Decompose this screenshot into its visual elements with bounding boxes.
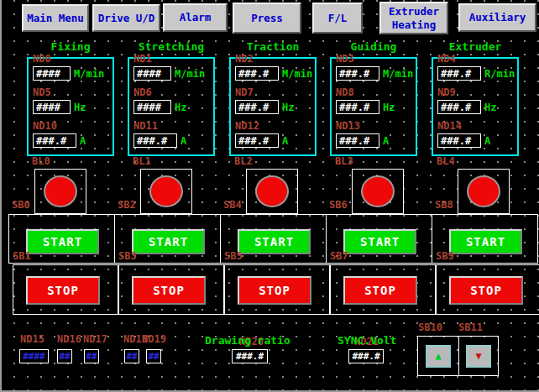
stop-button-extruder[interactable]: STOP: [449, 276, 523, 305]
main-menu-button[interactable]: Main Menu: [22, 4, 89, 32]
nd-tag: ND0: [33, 53, 104, 65]
sb-tag: SB0: [12, 199, 30, 211]
nd-tag: ND12: [235, 120, 288, 132]
nd-tag: ND15: [20, 333, 44, 345]
section-title-fixing: Fixing: [27, 40, 114, 53]
start-button-stretching[interactable]: START: [132, 229, 205, 254]
unit-label: M/min: [74, 68, 104, 80]
start-button-extruder[interactable]: START: [449, 229, 522, 254]
bl-tag: BL2: [234, 155, 253, 167]
sb-tag: SB5: [224, 250, 243, 262]
stop-cell-fixing: STOP: [13, 264, 118, 315]
value-display: ###.#: [437, 100, 481, 114]
value-display: ##: [84, 349, 99, 363]
start-button-guiding[interactable]: START: [343, 229, 416, 254]
sb-tag: SB10: [418, 321, 442, 333]
sb-tag: SB11: [458, 321, 483, 333]
start-cell-fixing: START SB1: [8, 214, 115, 264]
press-button[interactable]: Press: [233, 3, 301, 34]
unit-label: Hz: [282, 102, 294, 113]
value-display: ###.#: [235, 66, 279, 81]
value-display: ##: [124, 349, 139, 363]
start-button-traction[interactable]: START: [238, 229, 311, 254]
value-display: ##: [57, 349, 72, 363]
section-title-traction: Traction: [229, 40, 317, 53]
sb-tag: SB1: [13, 250, 31, 262]
lower-button[interactable]: ▼: [466, 345, 491, 368]
section-title-guiding: Guiding: [330, 40, 417, 53]
stop-button-stretching[interactable]: STOP: [132, 276, 206, 305]
stop-button-traction[interactable]: STOP: [238, 276, 311, 305]
value-display: ###.#: [437, 66, 481, 81]
nd-tag: ND9: [437, 86, 496, 98]
nd-tag: ND14: [437, 120, 490, 132]
extruder-heating-button[interactable]: Extruder Heating: [379, 2, 448, 34]
lamp-indicator: [149, 175, 183, 207]
down-triangle-icon: ▼: [475, 351, 481, 361]
nd-tag: ND3: [336, 53, 413, 65]
nd-tag: ND11: [133, 120, 186, 132]
lamp-indicator: [361, 175, 395, 207]
nd-tag: ND5: [33, 86, 86, 98]
alarm-button[interactable]: Alarm: [163, 3, 228, 32]
section-title-stretching: Stretching: [128, 40, 215, 53]
stop-cell-extruder: STOP: [436, 264, 539, 315]
sb-tag: SB9: [436, 250, 454, 262]
lamp-indicator: [44, 175, 77, 207]
section-title-extruder: Extruder: [432, 40, 519, 53]
unit-label: A: [282, 135, 288, 147]
value-display: ###.#: [336, 66, 379, 81]
lamp-indicator: [467, 175, 500, 207]
value-display: ###.#: [437, 133, 481, 148]
panel-stretching: ND1 #### M/min ND6 #### Hz ND11 ###.# A: [128, 57, 215, 156]
start-button-fixing[interactable]: START: [26, 229, 99, 254]
nd-tag: ND2: [235, 53, 312, 65]
value-display: ###.#: [33, 133, 76, 148]
unit-label: M/min: [282, 68, 312, 80]
lamp-cell-fixing: [34, 169, 86, 214]
unit-label: R/min: [484, 68, 515, 80]
sb-tag: SB2: [118, 199, 136, 211]
fl-button[interactable]: F/L: [312, 3, 363, 34]
start-cell-extruder: START SB9: [432, 214, 538, 264]
nd-tag: ND10: [33, 120, 86, 132]
up-triangle-icon: ▲: [435, 351, 441, 361]
drive-ud-button[interactable]: Drive U/D: [92, 4, 160, 32]
auxiliary-button[interactable]: Auxiliary: [458, 3, 536, 32]
value-display: ###.#: [235, 100, 279, 114]
nd-tag: ND1: [133, 53, 205, 65]
raise-button[interactable]: ▲: [426, 345, 451, 368]
stop-button-guiding[interactable]: STOP: [343, 276, 417, 305]
value-display: ##: [146, 349, 161, 363]
unit-label: A: [80, 135, 86, 147]
unit-label: M/min: [175, 68, 205, 80]
sync-volt-display: ###.#: [348, 349, 384, 363]
lamp-cell-traction: [246, 169, 298, 214]
stop-button-fixing[interactable]: STOP: [26, 276, 100, 305]
panel-extruder: ND4 ###.# R/min ND9 ###.# Hz ND14 ###.# …: [432, 57, 519, 156]
unit-label: Hz: [383, 102, 395, 113]
raise-cell: ▲: [417, 336, 459, 376]
panel-guiding: ND3 ###.# M/min ND8 ###.# Hz ND13 ###.# …: [330, 57, 417, 156]
panel-traction: ND2 ###.# M/min ND7 ###.# Hz ND12 ###.# …: [229, 57, 317, 156]
sb-tag: SB6: [329, 199, 348, 211]
lower-cell: ▼: [458, 336, 499, 376]
lamp-indicator: [255, 175, 289, 207]
nd-tag: ND6: [133, 86, 186, 98]
unit-label: M/min: [383, 68, 413, 80]
value-display: ####: [19, 349, 49, 363]
value-display: ####: [33, 66, 71, 81]
bl-tag: BL4: [437, 155, 455, 167]
lamp-cell-guiding: [352, 169, 404, 214]
stop-cell-traction: STOP: [224, 264, 330, 315]
nd-tag: ND4: [437, 53, 515, 65]
start-cell-traction: START SB5: [220, 214, 327, 264]
unit-label: Hz: [74, 102, 86, 113]
nd-tag: ND7: [235, 86, 294, 98]
value-display: ####: [33, 100, 71, 114]
start-cell-stretching: START SB3: [114, 214, 221, 264]
start-cell-guiding: START SB7: [326, 214, 432, 264]
bl-tag: BL0: [32, 155, 50, 167]
drawing-ratio-label: Drawing ratio: [205, 334, 290, 347]
nd-tag: ND8: [336, 86, 395, 98]
